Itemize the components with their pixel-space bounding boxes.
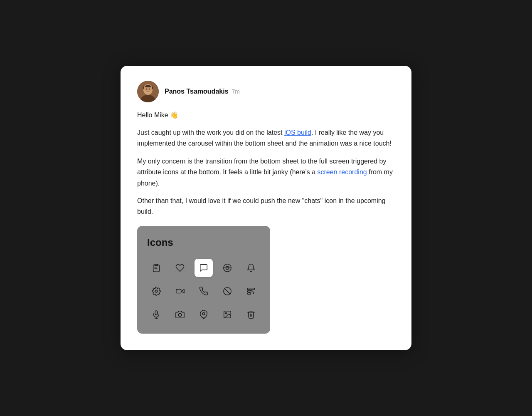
message-card: Panos Tsamoudakis 7m Hello Mike 👋 Just c… (121, 66, 411, 351)
message-body: Hello Mike 👋 Just caught up with the wor… (137, 110, 395, 334)
icons-card-title: Icons (147, 234, 260, 251)
icon-trash[interactable] (242, 305, 260, 324)
svg-point-11 (155, 290, 158, 293)
icon-phone[interactable] (195, 282, 213, 300)
icon-microphone[interactable] (147, 305, 165, 324)
icons-card: Icons (137, 226, 270, 334)
svg-rect-17 (247, 291, 252, 292)
greeting-paragraph: Hello Mike 👋 (137, 110, 395, 121)
icon-camera[interactable] (171, 305, 189, 324)
svg-rect-16 (247, 288, 254, 290)
paragraph-2: My only concern is the transition from t… (137, 156, 395, 189)
svg-rect-19 (155, 311, 158, 315)
svg-marker-13 (182, 290, 184, 293)
svg-point-25 (225, 313, 227, 314)
paragraph-3: Other than that, I would love it if we c… (137, 196, 395, 218)
author-info: Panos Tsamoudakis 7m (165, 88, 240, 95)
icon-image[interactable] (218, 305, 236, 324)
icon-list[interactable] (242, 282, 260, 300)
icon-block[interactable] (218, 282, 236, 300)
icon-globe[interactable] (218, 259, 236, 277)
icon-video[interactable] (171, 282, 189, 300)
author-name: Panos Tsamoudakis (165, 88, 229, 95)
icon-chat[interactable] (195, 259, 213, 277)
svg-rect-18 (247, 293, 250, 295)
message-timestamp: 7m (232, 88, 240, 95)
avatar (137, 81, 159, 102)
screen-recording-link[interactable]: screen recording (318, 168, 367, 176)
message-header: Panos Tsamoudakis 7m (137, 81, 395, 102)
icon-settings[interactable] (147, 282, 165, 300)
ios-build-link[interactable]: iOS build (284, 129, 311, 136)
icon-heart[interactable] (171, 259, 189, 277)
icon-location[interactable] (195, 305, 213, 324)
svg-point-22 (179, 314, 182, 317)
icons-grid (147, 259, 260, 324)
svg-point-23 (202, 313, 205, 315)
icon-bell[interactable] (242, 259, 260, 277)
svg-point-6 (149, 88, 150, 89)
svg-rect-12 (176, 290, 181, 293)
svg-point-5 (146, 88, 148, 89)
svg-line-15 (224, 289, 230, 294)
icon-clipboard[interactable] (147, 259, 165, 277)
paragraph-1: Just caught up with the work you did on … (137, 127, 395, 149)
